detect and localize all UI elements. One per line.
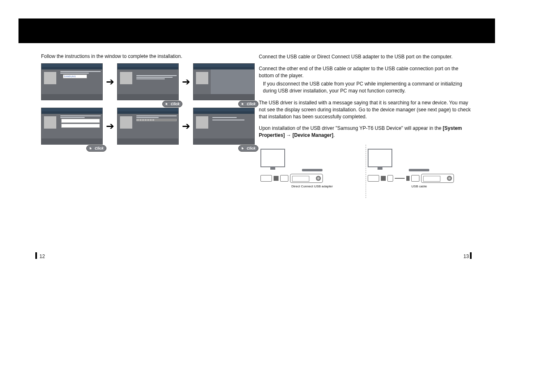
diagram-left-col: Direct Connect USB adapter	[259, 145, 366, 192]
header-tick-left	[41, 43, 44, 51]
cursor-icon	[89, 146, 93, 150]
screenshot-row: SAMSUNG ➔ Click	[41, 63, 255, 100]
diagram-right-caption: USB cable	[368, 184, 471, 188]
click-hint: Click	[86, 145, 106, 152]
screenshot-copying	[117, 108, 179, 145]
page-number-right: 13	[463, 254, 469, 259]
click-label: Click	[246, 146, 256, 150]
screenshot-row: Click ➔ ➔	[41, 108, 255, 145]
arrow-right-icon: ➔	[106, 78, 114, 86]
cable-icon	[395, 178, 405, 179]
screenshot-license: Click	[193, 63, 255, 100]
right-steps-list: Connect the USB cable or Direct Connect …	[259, 53, 472, 139]
wizard-icon	[196, 72, 208, 84]
screenshot-complete: Click	[193, 108, 255, 145]
left-instruction: Follow the instructions in the window to…	[41, 53, 255, 59]
step-text-suffix: .	[333, 132, 334, 138]
step-text: The USB driver is installed with a messa…	[259, 100, 471, 120]
samsung-logo: SAMSUNG	[63, 74, 87, 78]
screenshot-welcome: SAMSUNG	[41, 63, 103, 100]
diagram-right-col: USB cable	[366, 145, 473, 192]
right-page: Connect the USB cable or Direct Connect …	[259, 53, 472, 198]
player-port-icon	[411, 175, 419, 182]
step-1: Connect the USB cable or Direct Connect …	[259, 53, 472, 60]
left-page: Follow the instructions in the window to…	[41, 53, 255, 152]
player-device-icon	[421, 174, 454, 183]
svg-marker-1	[242, 102, 244, 106]
click-label: Click	[246, 102, 256, 106]
usb-port-icon	[368, 175, 379, 182]
usb-plug-b-icon	[387, 175, 393, 182]
screenshots-grid: SAMSUNG ➔ Click	[41, 63, 255, 145]
wizard-icon	[196, 116, 208, 129]
arrow-right-icon: ➔	[182, 78, 190, 86]
step-3: The USB driver is installed with a messa…	[259, 99, 472, 120]
diagram-left-caption: Direct Connect USB adapter	[260, 184, 364, 188]
monitor-stand-icon	[409, 169, 429, 171]
monitor-stand-icon	[302, 169, 322, 171]
svg-marker-0	[166, 102, 168, 106]
step-2-sub: If you disconnect the USB cable from you…	[263, 81, 472, 95]
usb-plug-a-icon	[381, 176, 386, 181]
arrow-right-icon: ➔	[106, 122, 114, 130]
step-text-prefix: Upon installation of the USB driver "Sam…	[259, 125, 443, 131]
monitor-icon	[260, 149, 285, 167]
page-number-bar-right	[470, 252, 472, 259]
screenshot-ready: Click	[117, 63, 179, 100]
step-text: Connect the other end of the USB cable o…	[259, 66, 458, 78]
click-label: Click	[170, 102, 180, 106]
usb-port-icon	[260, 175, 272, 182]
wizard-icon	[44, 116, 56, 129]
usb-plug-c-icon	[406, 176, 410, 181]
svg-marker-3	[242, 147, 244, 150]
connection-diagram: Direct Connect USB adapter USB cable	[259, 145, 472, 198]
monitor-icon	[368, 149, 392, 167]
adapter-icon	[280, 175, 288, 182]
wizard-icon	[120, 72, 132, 84]
cursor-icon	[241, 146, 245, 150]
screenshot-destination: Click	[41, 108, 103, 145]
click-hint: Click	[238, 145, 258, 152]
click-hint: Click	[238, 101, 258, 107]
wizard-icon	[120, 116, 132, 129]
step-2: Connect the other end of the USB cable o…	[259, 65, 472, 95]
cursor-icon	[165, 102, 169, 106]
svg-marker-2	[90, 147, 92, 150]
step-text: Connect the USB cable or Direct Connect …	[259, 54, 453, 60]
click-label: Click	[94, 146, 104, 150]
wizard-icon	[44, 72, 56, 84]
player-device-icon	[290, 174, 323, 183]
click-hint: Click	[162, 101, 182, 107]
header-black-band	[18, 18, 495, 43]
header-tick-right	[469, 43, 472, 51]
page-number-left: 12	[39, 254, 45, 259]
step-4: Upon installation of the USB driver "Sam…	[259, 125, 472, 139]
arrow-right-icon: ➔	[182, 122, 190, 130]
cursor-icon	[241, 102, 245, 106]
usb-plug-icon	[274, 176, 279, 181]
page-number-bar-left	[35, 252, 37, 259]
